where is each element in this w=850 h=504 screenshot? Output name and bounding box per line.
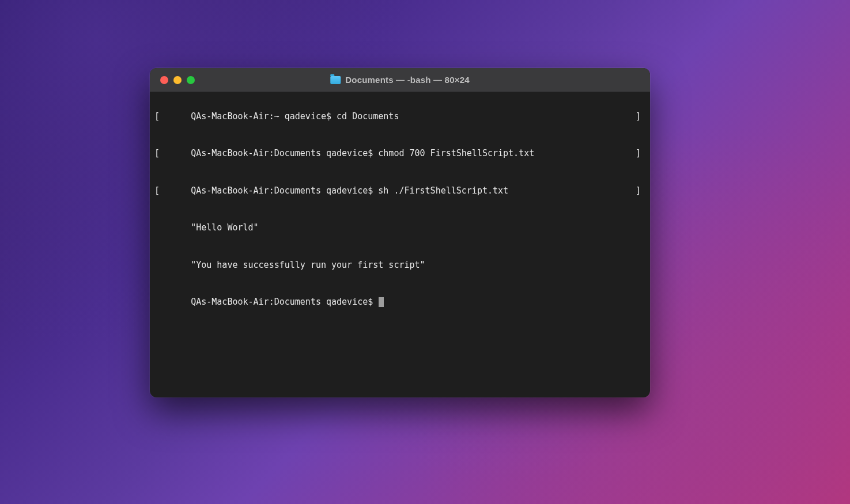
maximize-button[interactable] (187, 76, 195, 84)
terminal-body[interactable]: [QAs-MacBook-Air:~ qadevice$ cd Document… (150, 92, 650, 397)
folder-icon (330, 76, 341, 84)
minimize-button[interactable] (173, 76, 182, 84)
title-container: Documents — -bash — 80×24 (330, 75, 469, 85)
terminal-text: QAs-MacBook-Air:~ qadevice$ cd Documents (186, 111, 399, 122)
terminal-output: "You have successfully run your first sc… (186, 260, 425, 270)
terminal-line: [QAs-MacBook-Air:~ qadevice$ cd Document… (154, 98, 645, 135)
terminal-line: "You have successfully run your first sc… (154, 247, 645, 284)
close-button[interactable] (160, 76, 168, 84)
cursor-icon (379, 297, 384, 307)
traffic-lights (160, 76, 195, 84)
terminal-prompt-line[interactable]: QAs-MacBook-Air:Documents qadevice$ (154, 284, 645, 321)
terminal-text: QAs-MacBook-Air:Documents qadevice$ chmo… (186, 148, 534, 158)
terminal-text: QAs-MacBook-Air:Documents qadevice$ sh .… (186, 185, 508, 196)
title-bar[interactable]: Documents — -bash — 80×24 (150, 68, 650, 92)
terminal-line: [QAs-MacBook-Air:Documents qadevice$ chm… (154, 135, 645, 173)
terminal-prompt: QAs-MacBook-Air:Documents qadevice$ (191, 297, 378, 307)
window-title: Documents — -bash — 80×24 (345, 75, 469, 85)
terminal-line: "Hello World" (154, 210, 645, 247)
terminal-window: Documents — -bash — 80×24 [QAs-MacBook-A… (150, 68, 650, 397)
terminal-output: "Hello World" (186, 222, 258, 233)
terminal-line: [QAs-MacBook-Air:Documents qadevice$ sh … (154, 172, 645, 210)
